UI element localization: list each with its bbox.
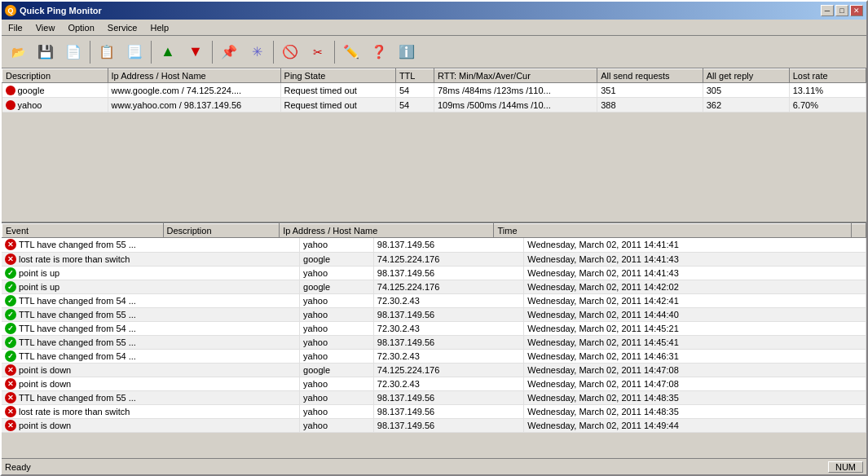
- event-cell-event: ✕ lost rate is more than switch: [2, 252, 300, 266]
- ping-table-row[interactable]: yahoo www.yahoo.com / 98.137.149.56 Requ…: [2, 98, 866, 112]
- asterisk-btn[interactable]: ✳: [244, 39, 270, 65]
- event-cell-event: ✕ point is down: [2, 377, 300, 390]
- ping-table-row[interactable]: google www.google.com / 74.125.224.... R…: [2, 83, 866, 98]
- toolbar-sep-5: [334, 41, 335, 64]
- menu-option[interactable]: Option: [61, 21, 100, 34]
- event-cell-ip: 74.125.224.176: [373, 280, 523, 293]
- ping-cell-rtt: 109ms /500ms /144ms /10...: [434, 98, 597, 112]
- event-text: TTL have changed from 55 ...: [19, 337, 136, 347]
- event-cell-time: Wednesday, March 02, 2011 14:41:41: [524, 238, 866, 252]
- question-btn[interactable]: ❓: [366, 39, 392, 65]
- event-cell-desc: yahoo: [300, 349, 374, 363]
- new-doc-btn[interactable]: 📄: [60, 39, 86, 65]
- event-status-icon: ✓: [5, 281, 16, 293]
- ping-cell-ttl: 54: [395, 83, 434, 98]
- app-icon: Q: [5, 5, 16, 16]
- copy-btn[interactable]: 📋: [94, 39, 120, 65]
- ping-description: yahoo: [18, 100, 42, 110]
- event-table-row[interactable]: ✕ lost rate is more than switch google 7…: [2, 252, 866, 266]
- col-description: Description: [2, 69, 108, 83]
- toolbar-sep-4: [273, 41, 274, 64]
- scissors-icon: ✂: [313, 46, 323, 59]
- event-table-row[interactable]: ✓ TTL have changed from 55 ... yahoo 98.…: [2, 335, 866, 349]
- event-cell-ip: 72.30.2.43: [373, 293, 523, 307]
- ping-table: Description Ip Address / Host Name Ping …: [2, 68, 866, 112]
- event-table-row[interactable]: ✕ TTL have changed from 55 ... yahoo 98.…: [2, 390, 866, 404]
- event-text: TTL have changed from 55 ...: [19, 393, 136, 403]
- event-cell-event: ✓ TTL have changed from 54 ...: [2, 293, 300, 307]
- event-cell-time: Wednesday, March 02, 2011 14:47:08: [524, 363, 866, 377]
- event-text: TTL have changed from 55 ...: [19, 240, 136, 249]
- event-cell-time: Wednesday, March 02, 2011 14:44:40: [524, 307, 866, 321]
- event-table-row[interactable]: ✓ TTL have changed from 54 ... yahoo 72.…: [2, 293, 866, 307]
- arrow-down-icon: ▼: [188, 43, 203, 60]
- arrow-down-btn[interactable]: ▼: [183, 39, 209, 65]
- ping-table-container: Description Ip Address / Host Name Ping …: [2, 68, 866, 223]
- close-btn[interactable]: ✕: [850, 5, 863, 16]
- event-table-row[interactable]: ✓ TTL have changed from 55 ... yahoo 98.…: [2, 307, 866, 321]
- maximize-btn[interactable]: □: [835, 5, 848, 16]
- event-cell-time: Wednesday, March 02, 2011 14:41:43: [524, 266, 866, 280]
- save-btn[interactable]: 💾: [33, 39, 59, 65]
- stop-btn[interactable]: 🚫: [277, 39, 303, 65]
- event-table-row[interactable]: ✕ point is down yahoo 98.137.149.56 Wedn…: [2, 418, 866, 432]
- event-table-row[interactable]: ✕ point is down google 74.125.224.176 We…: [2, 363, 866, 377]
- event-table-header-table: Event Description Ip Address / Host Name…: [2, 223, 866, 238]
- bookmark-btn[interactable]: 📌: [216, 39, 242, 65]
- evt-col-desc: Description: [163, 224, 280, 238]
- menu-service[interactable]: Service: [101, 21, 144, 34]
- menu-bar: File View Option Service Help: [2, 20, 866, 36]
- ping-cell-ip: www.google.com / 74.125.224....: [108, 83, 280, 98]
- info-icon: ℹ️: [399, 44, 415, 60]
- event-table-row[interactable]: ✓ point is up google 74.125.224.176 Wedn…: [2, 280, 866, 293]
- event-table-row[interactable]: ✕ TTL have changed from 55 ... yahoo 98.…: [2, 238, 866, 252]
- col-ping-state: Ping State: [280, 69, 395, 83]
- event-cell-time: Wednesday, March 02, 2011 14:45:21: [524, 321, 866, 335]
- title-bar: Q Quick Ping Monitor ─ □ ✕: [2, 2, 866, 20]
- menu-help[interactable]: Help: [144, 21, 176, 34]
- question-icon: ❓: [371, 44, 387, 60]
- event-status-icon: ✓: [5, 323, 16, 334]
- event-cell-time: Wednesday, March 02, 2011 14:46:31: [524, 349, 866, 363]
- properties-btn[interactable]: 📃: [121, 39, 148, 65]
- event-table-row[interactable]: ✓ TTL have changed from 54 ... yahoo 72.…: [2, 321, 866, 335]
- event-text: TTL have changed from 54 ...: [19, 296, 136, 306]
- edit-btn[interactable]: ✏️: [338, 39, 364, 65]
- event-table-row[interactable]: ✕ point is down yahoo 72.30.2.43 Wednesd…: [2, 377, 866, 390]
- event-cell-event: ✕ TTL have changed from 55 ...: [2, 238, 300, 252]
- evt-col-event: Event: [2, 224, 164, 238]
- col-all-reply: All get reply: [703, 69, 789, 83]
- status-dot: [6, 100, 15, 110]
- event-status-icon: ✓: [5, 267, 16, 279]
- event-table-row[interactable]: ✕ lost rate is more than switch yahoo 98…: [2, 404, 866, 418]
- event-cell-event: ✓ TTL have changed from 55 ...: [2, 307, 300, 321]
- event-cell-ip: 72.30.2.43: [373, 321, 523, 335]
- event-status-icon: ✓: [5, 350, 16, 362]
- menu-view[interactable]: View: [29, 21, 62, 34]
- event-cell-desc: yahoo: [300, 404, 374, 418]
- arrow-up-btn[interactable]: ▲: [155, 39, 181, 65]
- ping-description: google: [18, 86, 45, 95]
- minimize-btn[interactable]: ─: [821, 5, 834, 16]
- event-table-scroll[interactable]: ✕ TTL have changed from 55 ... yahoo 98.…: [2, 238, 866, 458]
- open-folder-btn[interactable]: 📂: [5, 39, 31, 65]
- event-cell-time: Wednesday, March 02, 2011 14:42:02: [524, 280, 866, 293]
- event-cell-event: ✓ point is up: [2, 266, 300, 280]
- properties-icon: 📃: [126, 44, 143, 60]
- event-cell-ip: 74.125.224.176: [373, 363, 523, 377]
- stop-icon: 🚫: [282, 44, 298, 60]
- event-cell-desc: yahoo: [300, 390, 374, 404]
- event-cell-event: ✓ point is up: [2, 280, 300, 293]
- window-controls: ─ □ ✕: [821, 5, 863, 16]
- info-btn[interactable]: ℹ️: [394, 39, 420, 65]
- toolbar-sep-1: [90, 41, 90, 64]
- event-status-icon: ✕: [5, 364, 16, 376]
- event-cell-ip: 98.137.149.56: [373, 418, 523, 432]
- scissors-btn[interactable]: ✂: [305, 39, 331, 65]
- save-icon: 💾: [37, 44, 54, 60]
- event-table-row[interactable]: ✓ point is up yahoo 98.137.149.56 Wednes…: [2, 266, 866, 280]
- event-table-row[interactable]: ✓ TTL have changed from 54 ... yahoo 72.…: [2, 349, 866, 363]
- ping-cell-reply: 362: [703, 98, 789, 112]
- ping-table-body: google www.google.com / 74.125.224.... R…: [2, 83, 866, 112]
- menu-file[interactable]: File: [2, 21, 29, 34]
